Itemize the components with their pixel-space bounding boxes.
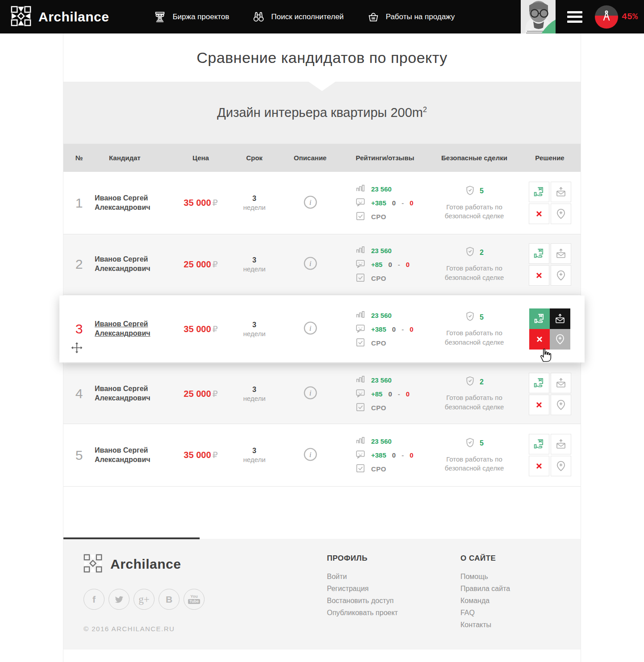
- reject-button[interactable]: [529, 204, 549, 224]
- footer-about-column: О САЙТЕ Помощь Правила сайта Команда FAQ…: [460, 554, 510, 650]
- hire-button[interactable]: [529, 373, 549, 393]
- candidate-name-link[interactable]: Иванов Сергей Александрович: [95, 320, 173, 338]
- project-title: Дизайн интерьера квартиры 200m2: [217, 105, 427, 120]
- reject-button[interactable]: [529, 265, 549, 286]
- candidate-name-link[interactable]: Иванов Сергей Александрович: [95, 446, 173, 465]
- brand[interactable]: #sym-logo .f{fill:#fff;stroke:none} Arch…: [11, 6, 109, 28]
- footer-link-login[interactable]: Войти: [327, 573, 398, 581]
- footer-link-team[interactable]: Команда: [460, 597, 510, 605]
- hire-button[interactable]: [529, 182, 549, 202]
- move-handle-icon[interactable]: #sym-move .fill{fill:#555;stroke:none}: [70, 341, 84, 356]
- price-cell: 35 000₽: [173, 450, 229, 460]
- nav-item-label: Биржа проектов: [172, 12, 229, 21]
- footer-link-publish-project[interactable]: Опубликовать проект: [327, 609, 398, 617]
- add-location-button[interactable]: [551, 265, 571, 286]
- shield-icon: [465, 376, 475, 388]
- checkbox-icon: [355, 211, 365, 222]
- page-title: Сравнение кандидатов по проекту: [197, 49, 447, 67]
- candidate-name-link[interactable]: Иванов Сергей Александрович: [95, 384, 173, 403]
- hire-button[interactable]: [529, 243, 549, 264]
- bar-chart-icon: [355, 436, 365, 447]
- bar-chart-icon: [355, 310, 365, 321]
- footer-brand-name: Archilance: [110, 557, 181, 572]
- candidate-row-active-wrapper: 3 Иванов Сергей Александрович 35 000₽ 3н…: [63, 295, 581, 364]
- col-header-deals: Безопасные сделки: [430, 154, 519, 162]
- social-links: f g+ В YouTube: [84, 589, 262, 610]
- info-icon[interactable]: i: [303, 195, 318, 211]
- send-message-button[interactable]: [551, 243, 571, 264]
- footer-link-help[interactable]: Помощь: [460, 573, 510, 581]
- ratings-cell: 23 560 +3850-0 СРО: [340, 307, 430, 351]
- page-title-section: Сравнение кандидатов по проекту: [63, 33, 581, 82]
- send-message-button[interactable]: [550, 308, 570, 329]
- header-right-group: 45%: [521, 0, 644, 33]
- col-header-price: Цена: [173, 154, 229, 162]
- info-icon[interactable]: i: [303, 386, 318, 402]
- add-location-button[interactable]: [551, 395, 571, 415]
- decision-buttons-active: [529, 308, 570, 350]
- footer-link-register[interactable]: Регистрация: [327, 585, 398, 593]
- safe-deal-cell: 2 Готов работать по безопасной сделке: [430, 376, 519, 412]
- svg-text:i: i: [309, 389, 311, 397]
- checkbox-icon: [355, 463, 365, 475]
- user-avatar[interactable]: [521, 0, 556, 33]
- twitter-icon[interactable]: [109, 589, 130, 610]
- info-icon[interactable]: i: [303, 321, 318, 337]
- safe-deal-cell: 5 Готов работать по безопасной сделке: [430, 311, 519, 347]
- footer-link-faq[interactable]: FAQ: [460, 609, 510, 617]
- info-icon[interactable]: i: [303, 447, 318, 463]
- candidate-row: 2 Иванов Сергей Александрович 25 000₽ 3н…: [63, 234, 581, 295]
- add-location-button[interactable]: [551, 204, 571, 224]
- youtube-icon[interactable]: YouTube: [184, 589, 205, 610]
- reject-button[interactable]: [529, 456, 549, 476]
- footer-link-site-rules[interactable]: Правила сайта: [460, 585, 510, 593]
- facebook-icon[interactable]: f: [84, 589, 105, 610]
- checkbox-icon: [355, 273, 365, 284]
- term-cell: 3недели: [229, 386, 280, 402]
- hire-button[interactable]: [529, 308, 550, 329]
- decision-buttons: [529, 182, 571, 224]
- reviews-icon: [355, 388, 365, 400]
- profile-progress-gauge[interactable]: [595, 5, 618, 29]
- candidate-name-link[interactable]: Иванов Сергей Александрович: [95, 255, 173, 274]
- content-column: Сравнение кандидатов по проекту Дизайн и…: [63, 33, 581, 662]
- nav-item-works-for-sale[interactable]: Работы на продажу: [367, 11, 455, 23]
- google-plus-icon[interactable]: g+: [134, 589, 155, 610]
- copyright: © 2016 ARCHILANCE.RU: [84, 625, 262, 633]
- bottom-strip: [63, 650, 581, 662]
- top-navigation-bar: #sym-logo .f{fill:#fff;stroke:none} Arch…: [0, 0, 644, 33]
- column-icon: [154, 11, 166, 23]
- info-icon[interactable]: i: [303, 256, 318, 272]
- brand-name: Archilance: [38, 9, 109, 25]
- add-location-button[interactable]: [551, 456, 571, 476]
- send-message-button[interactable]: [551, 182, 571, 202]
- candidate-name-link[interactable]: Иванов Сергей Александрович: [95, 194, 173, 212]
- row-number: 4: [63, 386, 95, 401]
- nav-item-projects-exchange[interactable]: Биржа проектов: [154, 11, 229, 23]
- nav-item-label: Работы на продажу: [386, 12, 455, 21]
- col-header-num: №: [63, 154, 95, 162]
- svg-text:i: i: [309, 324, 311, 333]
- send-message-button[interactable]: [551, 373, 571, 393]
- reviews-icon: [355, 197, 365, 208]
- term-cell: 3недели: [229, 447, 280, 463]
- send-message-button[interactable]: [551, 434, 571, 454]
- candidate-row: 4 Иванов Сергей Александрович 25 000₽ 3н…: [63, 364, 581, 424]
- hire-button[interactable]: [529, 434, 549, 454]
- compass-icon: [600, 9, 613, 25]
- footer: Archilance f g+ В YouTube © 2016 ARCHILA…: [63, 539, 581, 650]
- reject-button[interactable]: [529, 395, 549, 415]
- nav-item-find-performers[interactable]: Поиск исполнителей: [252, 11, 343, 23]
- footer-column-title: ПРОФИЛЬ: [327, 554, 398, 563]
- footer-brand[interactable]: Archilance: [84, 554, 262, 575]
- nav-item-label: Поиск исполнителей: [271, 12, 343, 21]
- decision-buttons: [529, 373, 571, 415]
- footer-profile-column: ПРОФИЛЬ Войти Регистрация Востановить до…: [327, 554, 398, 650]
- profile-progress-value: 45%: [622, 12, 638, 22]
- footer-link-restore-access[interactable]: Востановить доступ: [327, 597, 398, 605]
- hamburger-menu-icon[interactable]: [567, 11, 582, 23]
- footer-link-contacts[interactable]: Контакты: [460, 621, 510, 629]
- svg-text:i: i: [309, 450, 311, 459]
- checkbox-icon: [355, 337, 365, 349]
- vk-icon[interactable]: В: [159, 589, 180, 610]
